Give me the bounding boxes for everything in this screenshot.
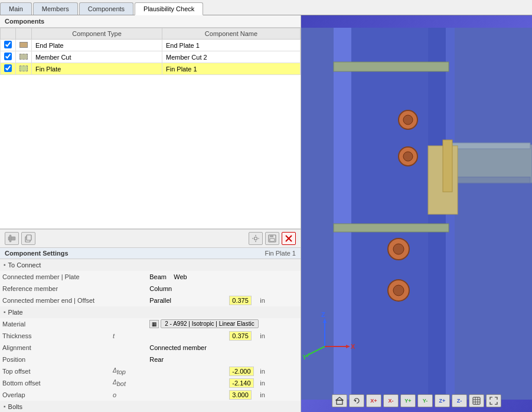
connected-member-label: Connected member | Plate <box>0 271 110 283</box>
collapse-plate: ▪ <box>4 309 6 315</box>
view-btn-render[interactable] <box>469 394 484 407</box>
toolbar-btn-1[interactable] <box>5 232 19 245</box>
setting-material: Material ▦ 2 - A992 | Isotropic | Linear… <box>0 318 301 330</box>
member-cut-icon <box>19 54 28 60</box>
connected-member-val1 <box>110 271 147 283</box>
svg-rect-42 <box>473 397 480 404</box>
settings-subtitle: Fin Plate 1 <box>265 250 296 257</box>
bottom-offset-label: Bottom offset <box>0 377 110 389</box>
setting-bottom-offset: Bottom offset Δbot -2.140 in <box>0 377 301 389</box>
top-offset-symbol: Δtop <box>110 365 147 377</box>
toolbar-btn-2[interactable] <box>21 232 35 245</box>
view-btn-home[interactable] <box>332 394 347 407</box>
svg-rect-1 <box>9 235 11 242</box>
connected-end-val: Parallel <box>147 295 227 306</box>
svg-rect-7 <box>270 238 275 241</box>
render-icon <box>472 397 481 405</box>
material-button[interactable]: 2 - A992 | Isotropic | Linear Elastic <box>161 319 258 328</box>
connected-member-val2: Beam Web <box>147 271 227 283</box>
overlap-value[interactable]: 3.000 <box>229 390 252 400</box>
add-icon <box>8 234 16 243</box>
svg-rect-6 <box>270 235 273 237</box>
main-layout: Components Component Type Component Name <box>0 15 532 412</box>
delete-button[interactable] <box>282 232 296 245</box>
thickness-label: Thickness <box>0 330 110 342</box>
svg-point-27 <box>393 244 404 254</box>
components-toolbar <box>0 229 301 248</box>
toolbar-btn-3[interactable] <box>249 232 263 245</box>
setting-thickness: Thickness t 0.375 in <box>0 330 301 342</box>
z-minus-label: Z- <box>457 398 462 404</box>
setting-overlap: Overlap o 3.000 in <box>0 389 301 401</box>
group-bolts[interactable]: ▪ Bolts <box>0 401 301 413</box>
table-row[interactable]: Member Cut Member Cut 2 <box>1 51 301 63</box>
view-btn-y-plus[interactable]: Y+ <box>400 394 416 407</box>
connected-end-offset[interactable]: 0.375 <box>229 296 252 305</box>
row1-type: End Plate <box>32 40 162 51</box>
view-btn-rotate[interactable] <box>349 394 364 407</box>
tab-main[interactable]: Main <box>0 2 32 15</box>
svg-rect-15 <box>334 62 449 71</box>
view-btn-x-minus[interactable]: X- <box>383 394 399 407</box>
row1-name: End Plate 1 <box>162 40 300 51</box>
overlap-label: Overlap <box>0 389 110 401</box>
components-table: Component Type Component Name End Plate … <box>0 28 301 75</box>
collapse-to-connect: ▪ <box>4 261 6 268</box>
settings-icon <box>252 234 260 243</box>
thickness-symbol: t <box>110 330 147 342</box>
view-btn-expand[interactable] <box>486 394 501 407</box>
settings-panel: ▪ To Connect Connected member | Plate Be… <box>0 259 301 413</box>
bottom-offset-unit: in <box>257 377 282 389</box>
svg-rect-39 <box>337 400 342 404</box>
row3-checkbox[interactable] <box>4 64 12 72</box>
collapse-bolts: ▪ <box>4 403 6 410</box>
tab-plausibility[interactable]: Plausibility Check <box>135 2 203 15</box>
tab-members[interactable]: Members <box>33 2 78 15</box>
bottom-offset-value[interactable]: -2.140 <box>229 378 253 388</box>
svg-rect-21 <box>443 140 452 192</box>
reference-member-label: Reference member <box>0 283 110 295</box>
setting-connected-member: Connected member | Plate Beam Web <box>0 271 301 283</box>
thickness-value[interactable]: 0.375 <box>229 331 252 341</box>
group-plate[interactable]: ▪ Plate <box>0 306 301 318</box>
view-btn-z-plus[interactable]: Z+ <box>435 394 450 407</box>
alignment-label: Alignment <box>0 342 110 354</box>
col-name-header: Component Name <box>162 28 300 40</box>
view-btn-x-plus[interactable]: X+ <box>366 394 381 407</box>
row1-checkbox[interactable] <box>4 41 12 48</box>
row2-checkbox[interactable] <box>4 53 12 60</box>
table-row[interactable]: Fin Plate Fin Plate 1 <box>1 63 301 75</box>
material-label: Material <box>0 318 110 330</box>
material-icon-btn[interactable]: ▦ <box>149 320 159 328</box>
top-offset-value[interactable]: -2.000 <box>229 367 253 376</box>
group-bolts-label: Bolts <box>8 403 22 410</box>
row3-type: Fin Plate <box>32 63 162 75</box>
connected-end-unit: in <box>257 295 282 306</box>
svg-rect-3 <box>27 235 31 240</box>
end-plate-icon <box>19 42 28 48</box>
svg-rect-19 <box>448 177 530 183</box>
y-minus-label: Y- <box>423 398 428 404</box>
setting-connected-end: Connected member end | Offset Parallel 0… <box>0 295 301 306</box>
table-row[interactable]: End Plate End Plate 1 <box>1 40 301 51</box>
components-spacer <box>0 75 301 229</box>
view-btn-z-minus[interactable]: Z- <box>452 394 467 407</box>
y-plus-label: Y+ <box>404 398 411 404</box>
fin-plate-icon <box>19 66 28 71</box>
settings-header: Component Settings Fin Plate 1 <box>0 248 301 259</box>
row3-name: Fin Plate 1 <box>162 63 300 75</box>
reference-member-val: Column <box>147 283 227 295</box>
view-btn-y-minus[interactable]: Y- <box>417 394 433 407</box>
tab-components[interactable]: Components <box>79 2 133 15</box>
group-to-connect[interactable]: ▪ To Connect <box>0 259 301 271</box>
delete-icon <box>285 235 292 242</box>
3d-view[interactable]: Z Y X <box>301 15 532 412</box>
toolbar-btn-4[interactable] <box>265 232 279 245</box>
3d-scene: Z Y X <box>301 15 532 412</box>
setting-alignment: Alignment Connected member <box>0 342 301 354</box>
svg-rect-12 <box>334 28 351 400</box>
thickness-unit: in <box>257 330 282 342</box>
group-to-connect-label: To Connect <box>8 261 41 269</box>
tab-bar: Main Members Components Plausibility Che… <box>0 0 532 15</box>
svg-point-4 <box>254 237 257 240</box>
